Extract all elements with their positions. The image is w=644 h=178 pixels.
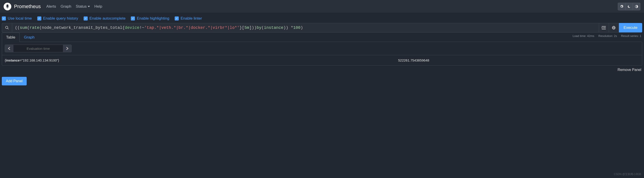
svg-line-2 bbox=[8, 28, 8, 29]
options-row: ✓ Use local time ✓ Enable query history … bbox=[0, 13, 644, 23]
result-series-label: {instance="192.168.140.134:9100"} bbox=[5, 58, 398, 62]
query-token: 5m bbox=[244, 25, 249, 30]
checkbox-local-time-label: Use local time bbox=[8, 16, 32, 21]
query-token: 100 bbox=[293, 25, 300, 30]
query-token: (node_network_transmit_bytes_total{ bbox=[39, 25, 125, 30]
nav-icons bbox=[618, 3, 640, 10]
query-token: ( bbox=[27, 25, 30, 30]
evaluation-time-input[interactable] bbox=[13, 45, 63, 52]
nav-help[interactable]: Help bbox=[94, 4, 102, 9]
checkbox-local-time[interactable]: ✓ Use local time bbox=[2, 16, 32, 21]
check-icon: ✓ bbox=[37, 16, 41, 20]
query-token: ) bbox=[300, 25, 303, 30]
query-token: )) * bbox=[283, 25, 293, 30]
check-icon: ✓ bbox=[131, 16, 135, 20]
result-key-suffix: ="192.168.140.134:9100"} bbox=[20, 58, 59, 62]
query-token: 'tap.*|veth.*|br.*|docker.*|virbr*|lo*' bbox=[144, 25, 240, 30]
chevron-left-icon bbox=[8, 47, 10, 50]
result-key-bold: instance bbox=[6, 58, 20, 62]
query-token: ( bbox=[262, 25, 264, 30]
search-icon bbox=[5, 26, 9, 30]
navbar: Prometheus Alerts Graph Status Help bbox=[0, 0, 644, 13]
moon-icon bbox=[628, 5, 631, 8]
remove-panel-link[interactable]: Remove Panel bbox=[618, 68, 641, 72]
table-row: {instance="192.168.140.134:9100"} 522261… bbox=[2, 55, 642, 65]
eval-time-next-button[interactable] bbox=[63, 45, 72, 52]
contrast-button[interactable] bbox=[633, 3, 640, 10]
nav-graph[interactable]: Graph bbox=[60, 4, 71, 9]
tab-table[interactable]: Table bbox=[2, 33, 20, 42]
tab-graph[interactable]: Graph bbox=[20, 33, 39, 42]
checkbox-autocomplete[interactable]: ✓ Enable autocomplete bbox=[84, 16, 126, 21]
svg-point-1 bbox=[6, 26, 8, 29]
brand[interactable]: Prometheus bbox=[4, 3, 41, 10]
globe-icon bbox=[612, 26, 616, 30]
checkbox-linter-label: Enable linter bbox=[180, 16, 202, 21]
eval-row bbox=[2, 42, 642, 55]
query-token: by bbox=[256, 25, 262, 30]
eval-time-group bbox=[5, 45, 72, 52]
check-icon: ✓ bbox=[84, 16, 88, 20]
prometheus-logo-icon bbox=[4, 3, 11, 10]
query-token: instance bbox=[264, 25, 283, 30]
nav-status[interactable]: Status bbox=[76, 4, 90, 9]
format-query-button[interactable] bbox=[599, 23, 609, 32]
eval-time-prev-button[interactable] bbox=[5, 45, 13, 52]
gear-icon bbox=[620, 5, 624, 8]
checkbox-autocomplete-label: Enable autocomplete bbox=[90, 16, 126, 21]
checkbox-query-history-label: Enable query history bbox=[43, 16, 78, 21]
checkbox-linter[interactable]: ✓ Enable linter bbox=[175, 16, 202, 21]
execute-button[interactable]: Execute bbox=[619, 23, 642, 32]
nav-alerts[interactable]: Alerts bbox=[46, 4, 56, 9]
add-panel-row: Add Panel bbox=[0, 74, 644, 88]
indent-icon bbox=[602, 26, 606, 29]
query-token: rate bbox=[30, 25, 39, 30]
globe-button[interactable] bbox=[609, 23, 619, 32]
checkbox-highlighting-label: Enable highlighting bbox=[137, 16, 169, 21]
settings-button[interactable] bbox=[618, 3, 626, 10]
query-token: !~ bbox=[140, 25, 144, 30]
add-panel-button[interactable]: Add Panel bbox=[2, 77, 27, 86]
metrics-explorer-button[interactable] bbox=[2, 23, 12, 32]
query-token: sum bbox=[20, 25, 27, 30]
checkbox-highlighting[interactable]: ✓ Enable highlighting bbox=[131, 16, 169, 21]
contrast-icon bbox=[635, 5, 638, 8]
load-time: Load time: 42ms bbox=[572, 34, 594, 38]
check-icon: ✓ bbox=[175, 16, 179, 20]
chevron-right-icon bbox=[66, 47, 68, 50]
remove-panel-row: Remove Panel bbox=[0, 66, 644, 74]
query-token: }[ bbox=[240, 25, 244, 30]
theme-button[interactable] bbox=[625, 3, 633, 10]
resolution: Resolution: 2s bbox=[598, 34, 617, 38]
result-value: 522261.7543859648 bbox=[398, 58, 639, 62]
query-input[interactable]: ((sum(rate (node_network_transmit_bytes_… bbox=[12, 23, 599, 32]
nav-status-label: Status bbox=[76, 4, 86, 9]
panel-body: {instance="192.168.140.134:9100"} 522261… bbox=[2, 42, 642, 66]
result-series: Result series: 1 bbox=[621, 34, 641, 38]
brand-name: Prometheus bbox=[14, 3, 41, 9]
tab-container: Table Graph bbox=[0, 33, 644, 42]
check-icon: ✓ bbox=[2, 16, 6, 20]
nav-links: Alerts Graph Status Help bbox=[46, 4, 618, 9]
query-row: ((sum(rate (node_network_transmit_bytes_… bbox=[0, 23, 644, 32]
chevron-down-icon bbox=[88, 6, 90, 7]
query-token: ])) bbox=[249, 25, 256, 30]
query-token: (( bbox=[15, 25, 20, 30]
query-token: device bbox=[125, 25, 140, 30]
checkbox-query-history[interactable]: ✓ Enable query history bbox=[37, 16, 78, 21]
